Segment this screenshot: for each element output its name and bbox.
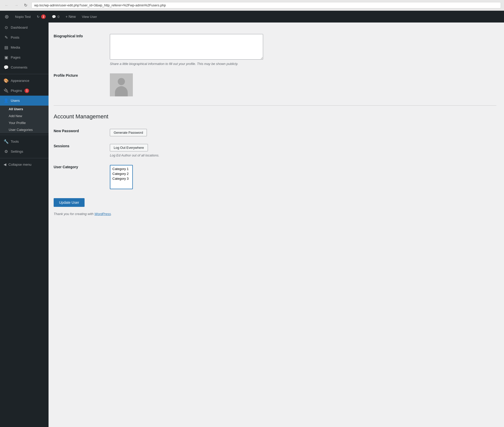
users-icon: 👤 bbox=[4, 98, 9, 103]
section-divider bbox=[54, 105, 496, 106]
sidebar-item-tools[interactable]: 🔧 Tools bbox=[0, 137, 49, 147]
dashboard-icon: ⊙ bbox=[4, 25, 9, 30]
new-item[interactable]: + New bbox=[63, 15, 78, 19]
profile-picture-label: Profile Picture bbox=[54, 70, 110, 100]
sidebar-item-label: Posts bbox=[11, 36, 19, 39]
wp-body: ⊙ Dashboard ✎ Posts ▤ Media ▣ Pages 💬 bbox=[0, 23, 504, 427]
site-name-item[interactable]: Nopio Test bbox=[13, 11, 33, 23]
media-icon: ▤ bbox=[4, 45, 9, 50]
content-area: Biographical Info Share a little biograp… bbox=[49, 23, 504, 427]
update-user-button[interactable]: Update User bbox=[54, 198, 85, 207]
sidebar-separator-1 bbox=[0, 74, 49, 74]
forward-button[interactable]: → bbox=[13, 3, 20, 8]
back-button[interactable]: ← bbox=[3, 3, 10, 8]
wp-logo-icon: ⊛ bbox=[5, 14, 9, 20]
sidebar-item-comments[interactable]: 💬 Comments bbox=[0, 62, 49, 72]
update-user-row: Update User bbox=[54, 198, 496, 207]
sidebar-item-dashboard[interactable]: ⊙ Dashboard bbox=[0, 23, 49, 32]
generate-password-button[interactable]: Generate Password bbox=[110, 129, 147, 136]
plugins-icon: 🔌 bbox=[4, 88, 9, 93]
biographical-info-row: Biographical Info Share a little biograp… bbox=[54, 30, 496, 70]
profile-body bbox=[115, 86, 128, 96]
comments-count: 0 bbox=[57, 15, 59, 19]
sidebar: ⊙ Dashboard ✎ Posts ▤ Media ▣ Pages 💬 bbox=[0, 23, 49, 427]
comments-item[interactable]: 💬 0 bbox=[49, 11, 62, 23]
sidebar-separator-3 bbox=[0, 158, 49, 158]
user-category-select[interactable]: Category 1Category 2Category 3 bbox=[110, 165, 133, 189]
sidebar-item-media[interactable]: ▤ Media bbox=[0, 42, 49, 52]
sidebar-item-settings[interactable]: ⚙ Settings bbox=[0, 147, 49, 156]
category-option[interactable]: Category 1 bbox=[111, 166, 131, 171]
url-bar[interactable] bbox=[31, 2, 501, 8]
sidebar-sub-all-users[interactable]: All Users bbox=[0, 106, 49, 113]
sessions-label: Sessions bbox=[54, 140, 110, 161]
users-arrow-icon: ◀ bbox=[45, 98, 49, 104]
view-user-item[interactable]: View User bbox=[79, 11, 100, 23]
biographical-info-description: Share a little biographical information … bbox=[110, 62, 263, 66]
sidebar-item-pages[interactable]: ▣ Pages bbox=[0, 52, 49, 62]
sidebar-item-label: Dashboard bbox=[11, 26, 28, 29]
refresh-button[interactable]: ↻ bbox=[22, 2, 29, 8]
collapse-icon: ◀ bbox=[4, 162, 6, 166]
user-category-row: User Category Category 1Category 2Catego… bbox=[54, 161, 496, 193]
appearance-icon: 🎨 bbox=[4, 78, 9, 83]
admin-bar: ⊛ Nopio Test ↻ 2 💬 0 + New View User bbox=[0, 11, 504, 23]
biographical-info-cell: Share a little biographical information … bbox=[110, 30, 496, 70]
site-name-label: Nopio Test bbox=[15, 15, 31, 19]
wordpress-link[interactable]: WordPress bbox=[95, 212, 111, 216]
sidebar-item-appearance[interactable]: 🎨 Appearance bbox=[0, 76, 49, 86]
profile-picture-cell bbox=[110, 70, 496, 100]
pages-icon: ▣ bbox=[4, 55, 9, 60]
sidebar-sub-your-profile[interactable]: Your Profile bbox=[0, 119, 49, 126]
new-password-label: New Password bbox=[54, 125, 110, 140]
view-user-label: View User bbox=[82, 15, 97, 19]
tools-icon: 🔧 bbox=[4, 139, 9, 144]
sessions-row: Sessions Log Out Everywhere Log Ed Autho… bbox=[54, 140, 496, 161]
category-option[interactable]: Category 2 bbox=[111, 171, 131, 176]
wp-logo-item[interactable]: ⊛ bbox=[2, 11, 11, 23]
sidebar-item-label: Comments bbox=[11, 65, 27, 69]
log-out-everywhere-button[interactable]: Log Out Everywhere bbox=[110, 144, 148, 151]
posts-icon: ✎ bbox=[4, 35, 9, 40]
sidebar-item-label: Tools bbox=[11, 140, 19, 143]
browser-bar: ← → ↻ bbox=[0, 0, 504, 11]
biographical-info-label: Biographical Info bbox=[54, 30, 110, 70]
form-table: Biographical Info Share a little biograp… bbox=[54, 30, 496, 100]
user-category-label: User Category bbox=[54, 161, 110, 193]
profile-figure bbox=[115, 78, 128, 96]
sidebar-item-label: Pages bbox=[11, 55, 20, 59]
sidebar-item-label: Plugins bbox=[11, 89, 22, 93]
footer-text-before: Thank you for creating with bbox=[54, 212, 95, 216]
account-management-heading: Account Management bbox=[54, 111, 496, 120]
sidebar-item-label: Appearance bbox=[11, 79, 29, 83]
updates-icon: ↻ bbox=[37, 15, 40, 19]
profile-picture-row: Profile Picture bbox=[54, 70, 496, 100]
comments-nav-icon: 💬 bbox=[4, 65, 9, 70]
collapse-menu-label: Collapse menu bbox=[8, 163, 31, 166]
wp-footer: Thank you for creating with WordPress. bbox=[54, 207, 496, 218]
collapse-menu-item[interactable]: ◀ Collapse menu bbox=[0, 160, 49, 169]
updates-item[interactable]: ↻ 2 bbox=[34, 11, 48, 23]
sidebar-item-plugins[interactable]: 🔌 Plugins 1 bbox=[0, 86, 49, 96]
sidebar-item-label: Users bbox=[11, 99, 20, 103]
category-option[interactable]: Category 3 bbox=[111, 176, 131, 181]
user-category-cell: Category 1Category 2Category 3 bbox=[110, 161, 496, 193]
wp-admin: ⊛ Nopio Test ↻ 2 💬 0 + New View User ⊙ D… bbox=[0, 11, 504, 427]
sidebar-item-users[interactable]: 👤 Users ◀ bbox=[0, 96, 49, 106]
users-submenu: All Users Add New Your Profile User Cate… bbox=[0, 106, 49, 133]
profile-head bbox=[118, 78, 125, 85]
plugins-badge: 1 bbox=[25, 88, 29, 93]
comments-icon: 💬 bbox=[52, 15, 56, 19]
new-password-row: New Password Generate Password bbox=[54, 125, 496, 140]
settings-icon: ⚙ bbox=[4, 149, 9, 154]
sessions-cell: Log Out Everywhere Log Ed Author out of … bbox=[110, 140, 496, 161]
sidebar-nav: ⊙ Dashboard ✎ Posts ▤ Media ▣ Pages 💬 bbox=[0, 23, 49, 169]
sidebar-separator-2 bbox=[0, 135, 49, 135]
sidebar-sub-add-new[interactable]: Add New bbox=[0, 113, 49, 119]
sidebar-sub-user-categories[interactable]: User Categories bbox=[0, 126, 49, 133]
sidebar-item-posts[interactable]: ✎ Posts bbox=[0, 32, 49, 42]
biographical-info-textarea[interactable] bbox=[110, 34, 263, 60]
sessions-description: Log Ed Author out of all locations. bbox=[110, 153, 496, 157]
account-management-table: New Password Generate Password Sessions … bbox=[54, 125, 496, 193]
new-label: + New bbox=[65, 15, 76, 19]
